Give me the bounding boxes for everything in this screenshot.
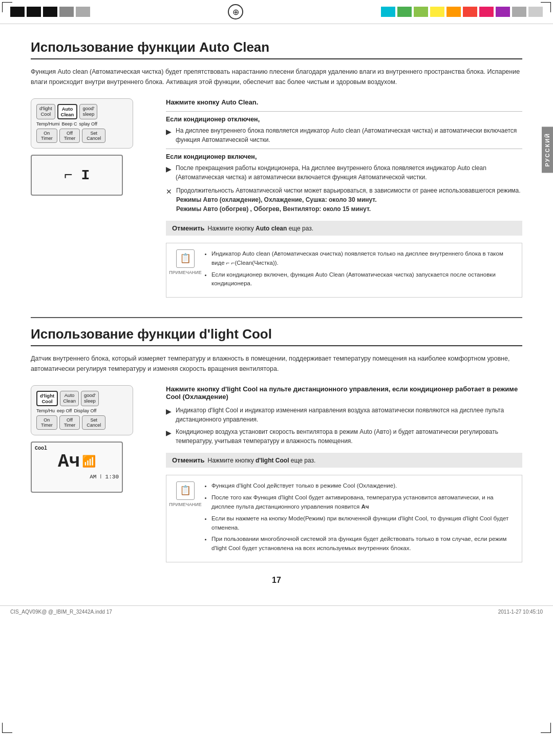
color-lightgreen [414,7,428,17]
note2-item-1: Функция d'light Cool действует только в … [211,481,516,491]
display-screen-2: Cool Ач 📶 AM ⁞ 1:30 [31,442,123,493]
section2-instr-heading: Нажмите кнопку d'light Cool на пульте ди… [166,385,522,401]
note-icon-img-2: 📋 [176,481,195,500]
section1-warning: ✕ Продолжительность Автоматической чистк… [166,186,522,214]
section1-right-col: Нажмите кнопку Auto Clean. Если кондицио… [166,98,522,303]
russian-sidebar-label: РУССКИЙ [542,127,553,173]
sep1 [166,111,522,112]
crop-mark-bl [2,723,12,733]
section2-content-cols: d'light Cool Auto Clean good' sleep Temp… [31,385,522,568]
section1-left-col: d'light Cool Auto Clean good' sleep Temp… [31,98,154,303]
remote-btn-on-timer: On Timer [36,129,57,143]
note-icon-2: 📋 ПРИМЕЧАНИЕ [173,481,198,556]
remote-btn-auto-clean-active: Auto Clean [57,104,78,119]
footer-right: 2011-1-27 10:45:10 [498,609,543,615]
arrow-icon-3: ▶ [166,406,172,417]
note-item-2: Если кондиционер включен, функция Auto C… [211,270,516,289]
remote-btn-set-cancel: Set Cancel [82,129,105,143]
section2-right-col: Нажмите кнопку d'light Cool на пульте ди… [166,385,522,568]
remote-btn-off-timer: Off Timer [59,129,80,143]
remote2-btn-auto-clean: Auto Clean [60,391,79,406]
remote2-btn-dlight-cool-active: d'light Cool [36,391,58,406]
note-item-1: Индикатор Auto clean (Автоматическая очи… [211,249,516,268]
remote-control-1: d'light Cool Auto Clean good' sleep Temp… [31,98,133,149]
section1-if-on-heading: Если кондиционер включен, [166,153,522,160]
color-yellow [430,7,444,17]
color-block-3 [43,7,57,17]
note2-item-2: После того как Функция d'light Cool буде… [211,493,516,512]
crop-mark-tl [2,2,12,12]
section1-title: Использование функции Auto Clean [31,39,522,59]
color-red [463,7,477,17]
section2-bullet2: ▶ Кондиционер воздуха установит скорость… [166,427,522,446]
color-pink [479,7,494,17]
footer-left: CIS_AQV09K@ @_IBIM_R_32442A.indd 17 [10,609,112,615]
remote-bottom-buttons: On Timer Off Timer Set Cancel [36,129,127,143]
section2-note-box: 📋 ПРИМЕЧАНИЕ Функция d'light Cool действ… [166,475,522,562]
section1-instr-heading: Нажмите кнопку Auto Clean. [166,98,522,106]
remote2-btn-off-timer: Off Timer [59,415,80,430]
note-icon-img: 📋 [176,249,195,268]
crop-mark-tr [541,2,551,12]
sep2 [166,149,522,149]
crop-mark-br [541,723,551,733]
remote2-middle-row: Temp/Hu eep Off Display Off [36,408,127,413]
remote2-btn-set-cancel: Set Cancel [82,415,105,430]
arrow-icon-2: ▶ [166,164,172,175]
section2-intro: Датчик внутреннего блока, который измеря… [31,353,522,374]
note-list-2: Функция d'light Cool действует только в … [204,481,516,553]
display-ach-chars: Ач [58,451,80,472]
remote-top-buttons: d'light Cool Auto Clean good' sleep [36,104,127,119]
note-content-2: Функция d'light Cool действует только в … [204,481,516,556]
top-bar-right-blocks [381,7,543,17]
remote-btn-dlight-cool: d'light Cool [36,104,55,119]
color-block-5 [76,7,90,17]
note2-item-3: Если вы нажмете на кнопку Mode(Режим) пр… [211,514,516,533]
section1-if-off-bullet: ▶ На дисплее внутреннего блока появляетс… [166,126,522,144]
remote2-btn-on-timer: On Timer [36,415,57,430]
color-block-1 [10,7,25,17]
section2-bullet1: ▶ Индикатор d'light Cool и индикатор изм… [166,406,522,424]
color-gray1 [512,7,526,17]
section2-cancel-bar: Отменить Нажмите кнопку d'light Cool еще… [166,453,522,468]
section1-content-cols: d'light Cool Auto Clean good' sleep Temp… [31,98,522,303]
display-screen-1: ⌐ I [31,155,123,196]
section1-if-on-bullet: ▶ После прекращения работы кондиционера,… [166,163,522,182]
footer: CIS_AQV09K@ @_IBIM_R_32442A.indd 17 2011… [0,605,553,618]
section1-intro: Функция Auto clean (Автоматическая чистк… [31,67,522,87]
main-content: РУССКИЙ Использование функции Auto Clean… [0,24,553,605]
note-icon-1: 📋 ПРИМЕЧАНИЕ [173,249,198,291]
remote-btn-good-sleep: good' sleep [79,104,97,119]
section-divider [31,317,522,318]
remote-middle-row: Temp/Humi Beep C splay Off [36,121,127,127]
top-bar: ⊕ [0,0,553,24]
arrow-icon-4: ▶ [166,428,172,438]
color-purple [496,7,510,17]
section1-note-box: 📋 ПРИМЕЧАНИЕ Индикатор Auto clean (Автом… [166,243,522,298]
color-orange [446,7,461,17]
display-signal-icon: 📶 [82,455,96,469]
compass-icon: ⊕ [228,4,243,19]
page-number: 17 [31,576,522,585]
remote2-btn-good-sleep: good' sleep [81,391,99,406]
x-icon: ✕ [166,186,172,197]
remote2-bottom-buttons: On Timer Off Timer Set Cancel [36,415,127,430]
note2-item-4: При пользовании многоблочной системой эт… [211,535,516,553]
display-main-area: Ач 📶 [58,451,96,472]
color-block-4 [59,7,74,17]
section1-cancel-bar: Отменить Нажмите кнопку Auto clean еще р… [166,221,522,236]
section2-title: Использование функции d'light Cool [31,326,522,346]
remote-control-2: d'light Cool Auto Clean good' sleep Temp… [31,385,133,435]
color-cyan [381,7,395,17]
note-content-1: Индикатор Auto clean (Автоматическая очи… [204,249,516,291]
color-green [397,7,412,17]
color-block-2 [27,7,41,17]
section1-if-off-heading: Если кондиционер отключен, [166,116,522,123]
arrow-icon-1: ▶ [166,127,172,137]
compass-center: ⊕ [228,4,243,19]
remote2-top-buttons: d'light Cool Auto Clean good' sleep [36,391,127,406]
note-list-1: Индикатор Auto clean (Автоматическая очи… [204,249,516,288]
top-bar-left-blocks [10,7,90,17]
section2-left-col: d'light Cool Auto Clean good' sleep Temp… [31,385,154,568]
